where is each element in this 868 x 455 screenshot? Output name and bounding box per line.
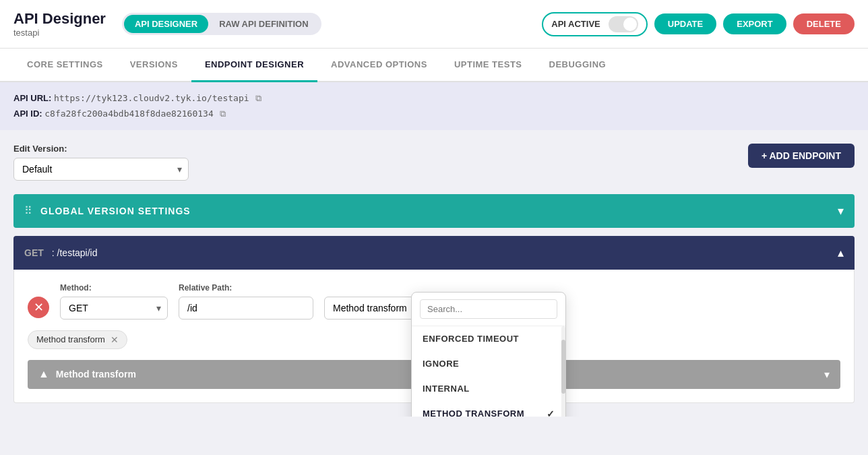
method-select[interactable]: GET POST PUT DELETE xyxy=(60,297,168,320)
drag-handle-icon: ⠿ xyxy=(24,204,32,217)
item-label: IGNORE xyxy=(423,359,459,369)
global-settings-bar[interactable]: ⠿ GLOBAL VERSION SETTINGS ▾ xyxy=(13,194,855,228)
path-input[interactable] xyxy=(179,297,313,320)
version-select[interactable]: Default xyxy=(13,158,189,181)
update-button[interactable]: UPDATE xyxy=(654,13,716,34)
toggle-api-designer[interactable]: API DESIGNER xyxy=(124,15,208,33)
api-active-group: API ACTIVE xyxy=(542,12,647,36)
tab-versions[interactable]: VERSIONS xyxy=(117,49,191,82)
api-id-value: c8fa28fc200a4bdb418f8dae82160134 xyxy=(44,109,213,119)
api-id-row: API ID: c8fa28fc200a4bdb418f8dae82160134… xyxy=(13,106,855,121)
view-toggle: API DESIGNER RAW API DEFINITION xyxy=(122,13,321,35)
endpoint-chevron-up-icon: ▴ xyxy=(838,245,844,260)
scrollbar-thumb xyxy=(561,340,565,394)
transform-icon: ▲ xyxy=(38,368,49,380)
api-url-label: API URL: xyxy=(13,93,51,103)
add-endpoint-button[interactable]: + ADD ENDPOINT xyxy=(748,144,855,168)
copy-id-icon[interactable]: ⧉ xyxy=(220,109,226,119)
header: API Designer testapi API DESIGNER RAW AP… xyxy=(0,0,868,49)
endpoint-method-label: GET xyxy=(24,247,44,258)
chevron-down-icon: ▾ xyxy=(838,204,844,218)
check-icon: ✓ xyxy=(547,408,555,417)
dropdown-search-input[interactable] xyxy=(420,299,557,319)
app-subtitle: testapi xyxy=(13,28,106,38)
api-active-toggle[interactable] xyxy=(609,16,638,32)
tab-core-settings[interactable]: CORE SETTINGS xyxy=(13,49,117,82)
dropdown-item-internal[interactable]: INTERNAL xyxy=(412,376,565,401)
api-active-label: API ACTIVE xyxy=(551,19,600,29)
item-label: METHOD TRANSFORM xyxy=(423,408,524,417)
method-label: Method: xyxy=(60,283,168,293)
plugin-dropdown-overlay: ENFORCED TIMEOUT IGNORE INTERNAL METHOD … xyxy=(411,292,566,417)
tab-uptime-tests[interactable]: UPTIME TESTS xyxy=(441,49,536,82)
nav-tabs: CORE SETTINGS VERSIONS ENDPOINT DESIGNER… xyxy=(0,49,868,82)
app-title: API Designer xyxy=(13,10,106,28)
edit-version-label: Edit Version: xyxy=(13,144,189,154)
toggle-raw-api[interactable]: RAW API DEFINITION xyxy=(208,15,319,33)
tab-advanced-options[interactable]: ADVANCED OPTIONS xyxy=(317,49,441,82)
api-id-label: API ID: xyxy=(13,109,42,119)
tag-remove-icon[interactable]: ✕ xyxy=(111,334,119,345)
copy-url-icon[interactable]: ⧉ xyxy=(255,93,261,103)
item-label: INTERNAL xyxy=(423,384,470,394)
item-label: ENFORCED TIMEOUT xyxy=(423,334,519,344)
version-select-wrapper: Default xyxy=(13,158,189,181)
endpoint-path-label: : /testapi/id xyxy=(52,247,838,258)
edit-version-row: Edit Version: Default + ADD ENDPOINT xyxy=(13,144,855,181)
dropdown-item-enforced-timeout[interactable]: ENFORCED TIMEOUT xyxy=(412,326,565,351)
method-transform-tag: Method transform ✕ xyxy=(28,330,127,349)
version-field: Edit Version: Default xyxy=(13,144,189,181)
dropdown-search-area xyxy=(412,293,565,326)
logo-area: API Designer testapi xyxy=(13,10,106,38)
main-content: Edit Version: Default + ADD ENDPOINT ⠿ G… xyxy=(0,130,868,417)
path-field: Relative Path: xyxy=(179,283,313,320)
api-url-row: API URL: https://tyk123.cloudv2.tyk.io/t… xyxy=(13,90,855,106)
tab-endpoint-designer[interactable]: ENDPOINT DESIGNER xyxy=(191,49,317,82)
path-label: Relative Path: xyxy=(179,283,313,293)
tag-label: Method transform xyxy=(36,334,105,344)
endpoint-bar[interactable]: GET : /testapi/id ▴ xyxy=(13,236,855,270)
plugin-selected-value: Method transform xyxy=(333,303,407,313)
transform-chevron-down-icon: ▾ xyxy=(824,368,830,381)
scrollbar-track xyxy=(561,326,565,417)
method-select-wrapper: GET POST PUT DELETE xyxy=(60,297,168,320)
info-bar: API URL: https://tyk123.cloudv2.tyk.io/t… xyxy=(0,82,868,130)
dropdown-item-ignore[interactable]: IGNORE xyxy=(412,351,565,376)
global-settings-title: GLOBAL VERSION SETTINGS xyxy=(40,206,838,216)
dropdown-list: ENFORCED TIMEOUT IGNORE INTERNAL METHOD … xyxy=(412,326,565,417)
toggle-knob xyxy=(623,18,637,31)
export-button[interactable]: EXPORT xyxy=(723,13,786,34)
dropdown-item-method-transform[interactable]: METHOD TRANSFORM ✓ xyxy=(412,401,565,417)
delete-endpoint-button[interactable]: ✕ xyxy=(28,297,49,318)
plugin-label xyxy=(324,283,459,293)
api-url-value: https://tyk123.cloudv2.tyk.io/testapi xyxy=(54,93,249,103)
header-actions: API ACTIVE UPDATE EXPORT DELETE xyxy=(542,12,855,36)
delete-button[interactable]: DELETE xyxy=(793,13,855,34)
method-field: Method: GET POST PUT DELETE xyxy=(60,283,168,320)
tab-debugging[interactable]: DEBUGGING xyxy=(536,49,620,82)
